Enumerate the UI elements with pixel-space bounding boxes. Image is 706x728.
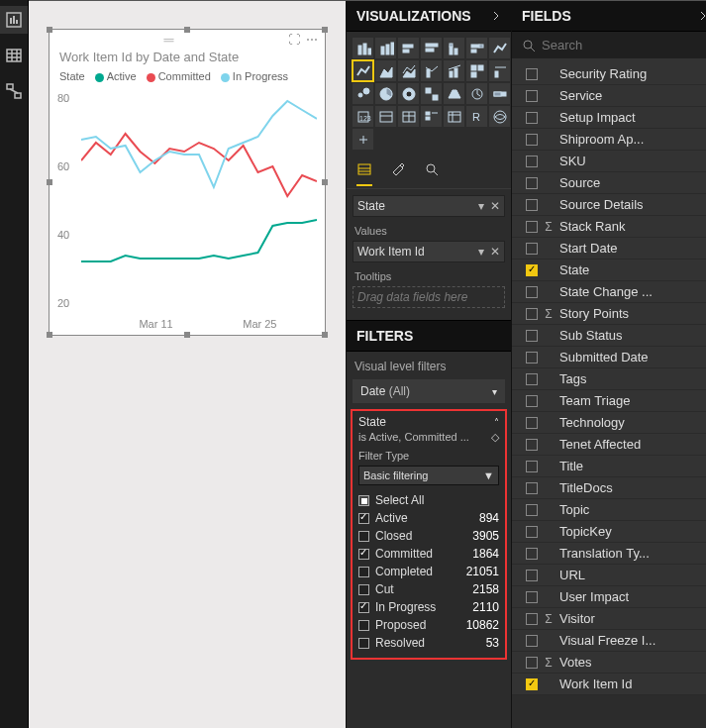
legend-item-active[interactable]: Active — [95, 70, 137, 82]
field-checkbox[interactable] — [526, 635, 538, 647]
viz-type-icon[interactable] — [375, 83, 396, 104]
analytics-tab-icon[interactable] — [424, 161, 440, 186]
field-checkbox[interactable] — [526, 134, 538, 146]
field-item[interactable]: State — [512, 260, 706, 281]
field-item[interactable]: Team Triage — [512, 390, 706, 412]
legend-well[interactable]: State ▾✕ — [353, 195, 505, 217]
viz-type-icon[interactable] — [444, 106, 464, 127]
data-view-icon[interactable] — [0, 42, 28, 69]
checkbox[interactable] — [358, 584, 369, 595]
field-checkbox[interactable] — [526, 330, 538, 342]
viz-type-icon[interactable] — [398, 83, 419, 104]
more-options-icon[interactable]: ⋯ — [306, 33, 319, 47]
visualizations-header[interactable]: VISUALIZATIONS — [347, 1, 511, 32]
filter-option[interactable]: Proposed10862 — [358, 616, 499, 634]
field-checkbox[interactable] — [526, 591, 538, 603]
field-item[interactable]: Setup Impact — [512, 107, 706, 129]
filter-option[interactable]: Resolved53 — [358, 634, 499, 652]
viz-type-icon[interactable] — [421, 60, 442, 81]
eraser-icon[interactable]: ◇ — [491, 431, 499, 444]
field-item[interactable]: SKU — [512, 151, 706, 172]
resize-handle[interactable] — [47, 27, 52, 33]
resize-handle[interactable] — [184, 332, 190, 338]
checkbox[interactable] — [358, 531, 369, 542]
viz-type-icon[interactable] — [466, 83, 487, 104]
field-checkbox[interactable] — [526, 417, 538, 429]
viz-type-icon[interactable] — [375, 106, 396, 127]
field-item[interactable]: Tenet Affected — [512, 434, 706, 456]
field-item[interactable]: TopicKey — [512, 521, 706, 543]
tooltips-well[interactable]: Drag data fields here — [353, 286, 505, 308]
values-well[interactable]: Work Item Id ▾✕ — [353, 241, 505, 262]
viz-type-icon[interactable] — [421, 38, 442, 58]
field-item[interactable]: ΣVotes — [512, 652, 706, 674]
viz-type-icon[interactable] — [444, 38, 464, 58]
field-checkbox[interactable] — [526, 482, 538, 494]
field-checkbox[interactable] — [526, 526, 538, 538]
remove-icon[interactable]: ✕ — [490, 245, 500, 259]
field-item[interactable]: URL — [512, 565, 706, 586]
viz-type-icon[interactable]: 123 — [353, 106, 373, 127]
filter-option[interactable]: Closed3905 — [358, 527, 499, 545]
chevron-up-icon[interactable]: ˄ — [494, 417, 499, 428]
checkbox[interactable] — [358, 513, 369, 524]
field-checkbox[interactable] — [526, 373, 538, 385]
checkbox[interactable] — [358, 602, 369, 613]
checkbox[interactable] — [358, 567, 369, 577]
field-item[interactable]: Shiproom Ap... — [512, 129, 706, 151]
viz-type-icon[interactable] — [398, 60, 419, 81]
filter-option[interactable]: Completed21051 — [358, 563, 499, 580]
viz-type-icon[interactable] — [466, 38, 487, 58]
legend-item-inprogress[interactable]: In Progress — [221, 70, 288, 82]
focus-mode-icon[interactable]: ⛶ — [288, 33, 300, 47]
viz-type-icon[interactable] — [444, 60, 464, 81]
field-checkbox[interactable] — [526, 221, 538, 233]
chevron-right-icon[interactable] — [491, 8, 501, 24]
field-item[interactable]: Technology — [512, 412, 706, 434]
field-checkbox[interactable] — [526, 112, 538, 124]
field-checkbox[interactable] — [526, 613, 538, 625]
chart-visual[interactable]: ═ ⛶ ⋯ Work Item Id by Date and State Sta… — [49, 29, 326, 336]
viz-type-icon[interactable] — [466, 60, 487, 81]
viz-type-icon[interactable]: R — [466, 106, 487, 127]
viz-type-icon[interactable] — [489, 60, 510, 81]
checkbox[interactable] — [358, 620, 369, 631]
fields-search[interactable] — [512, 32, 706, 59]
resize-handle[interactable] — [322, 332, 328, 338]
fields-header[interactable]: FIELDS — [512, 1, 706, 32]
field-item[interactable]: Visual Freeze I... — [512, 630, 706, 652]
filter-date[interactable]: Date (All) ▾ — [353, 379, 505, 403]
viz-type-icon[interactable] — [489, 106, 510, 127]
viz-type-icon[interactable] — [375, 38, 396, 58]
field-item[interactable]: Security Rating — [512, 63, 706, 85]
field-checkbox[interactable] — [526, 264, 538, 276]
chevron-down-icon[interactable]: ▾ — [492, 386, 497, 397]
field-checkbox[interactable] — [526, 570, 538, 581]
field-checkbox[interactable] — [526, 461, 538, 472]
field-item[interactable]: Tags — [512, 368, 706, 390]
filter-option-select-all[interactable]: Select All — [358, 491, 499, 509]
drag-grip-icon[interactable]: ═ — [55, 34, 282, 46]
field-checkbox[interactable] — [526, 286, 538, 298]
checkbox-mixed[interactable] — [358, 495, 369, 506]
field-item[interactable]: Source — [512, 172, 706, 194]
field-checkbox[interactable] — [526, 156, 538, 167]
resize-handle[interactable] — [322, 27, 328, 33]
report-canvas[interactable]: ═ ⛶ ⋯ Work Item Id by Date and State Sta… — [29, 0, 346, 728]
legend-item-committed[interactable]: Committed — [147, 70, 211, 82]
field-item[interactable]: Submitted Date — [512, 347, 706, 368]
viz-type-icon[interactable] — [421, 106, 442, 127]
field-checkbox[interactable] — [526, 352, 538, 364]
field-item[interactable]: Work Item Id — [512, 674, 706, 695]
report-view-icon[interactable] — [0, 6, 28, 34]
field-item[interactable]: Source Details — [512, 194, 706, 216]
field-checkbox[interactable] — [526, 243, 538, 255]
filter-option[interactable]: Committed1864 — [358, 545, 499, 563]
field-item[interactable]: Topic — [512, 499, 706, 521]
resize-handle[interactable] — [322, 179, 328, 185]
field-item[interactable]: User Impact — [512, 586, 706, 608]
field-checkbox[interactable] — [526, 68, 538, 80]
field-checkbox[interactable] — [526, 657, 538, 669]
viz-type-icon[interactable] — [398, 38, 419, 58]
resize-handle[interactable] — [47, 179, 52, 185]
